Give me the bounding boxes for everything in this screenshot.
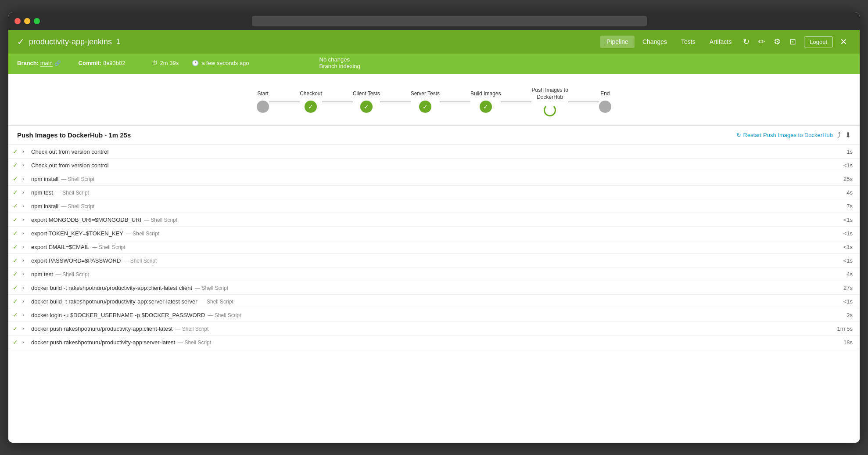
step-expand-icon[interactable]: › [22,285,31,291]
step-check-icon: ✓ [13,284,22,291]
status-text-1: No changes [319,56,360,63]
time-icon: 🕐 [192,60,199,66]
step-row[interactable]: ✓ › export MONGODB_URI=$MONGODB_URI— She… [8,213,860,227]
restart-link[interactable]: ↻ Restart Push Images to DockerHub [736,132,833,138]
step-name: export PASSWORD=$PASSWORD— Shell Script [31,257,831,264]
step-tag: — Shell Script [92,244,126,250]
step-check-icon: ✓ [13,311,22,318]
clock-icon: ⏱ [152,60,158,66]
restart-icon: ↻ [736,132,741,138]
step-name: docker login -u $DOCKER_USERNAME -p $DOC… [31,312,831,318]
connector-1 [269,101,300,102]
stage-server-tests-label: Server Tests [411,90,440,98]
connector-6 [568,101,599,102]
step-expand-icon[interactable]: › [22,230,31,236]
step-expand-icon[interactable]: › [22,339,31,345]
steps-list: ✓ › Check out from version control 1s ✓ … [8,145,860,349]
connector-5 [501,101,531,102]
step-tag: — Shell Script [61,203,94,209]
download-icon[interactable]: ⬇ [845,131,851,139]
step-time: 18s [831,339,853,346]
step-tag: — Shell Script [56,271,89,278]
step-expand-icon[interactable]: › [22,203,31,209]
stage-start[interactable]: Start [257,90,269,113]
step-row[interactable]: ✓ › export TOKEN_KEY=$TOKEN_KEY— Shell S… [8,227,860,240]
step-expand-icon[interactable]: › [22,162,31,168]
step-expand-icon[interactable]: › [22,271,31,277]
header-left: ✓ productivity-app-jenkins 1 [17,36,600,47]
step-check-icon: ✓ [13,148,22,155]
step-expand-icon[interactable]: › [22,257,31,264]
pipeline-nav-button[interactable]: Pipeline [600,36,635,48]
logout-button[interactable]: Logout [804,36,833,47]
stage-build-images-node: ✓ [480,101,492,113]
step-row[interactable]: ✓ › Check out from version control <1s [8,159,860,172]
stage-checkout[interactable]: Checkout ✓ [300,90,322,113]
time-ago-item: 🕐 a few seconds ago [192,60,249,66]
step-tag: — Shell Script [56,190,89,196]
refresh-icon-button[interactable]: ↻ [739,34,753,49]
step-time: 27s [831,285,853,291]
step-row[interactable]: ✓ › export PASSWORD=$PASSWORD— Shell Scr… [8,254,860,267]
step-tag: — Shell Script [61,176,94,182]
step-name: Check out from version control [31,162,831,169]
stage-end-node [599,101,611,113]
commit-value: 8e93b02 [103,60,126,66]
step-expand-icon[interactable]: › [22,176,31,182]
stage-end[interactable]: End [599,90,611,113]
traffic-lights [14,18,40,24]
step-row[interactable]: ✓ › npm test— Shell Script 4s [8,186,860,199]
step-time: 25s [831,176,853,182]
step-expand-icon[interactable]: › [22,325,31,332]
step-name: npm test— Shell Script [31,271,831,278]
stage-push-images[interactable]: Push Images toDockerHub [531,87,568,116]
tests-nav-button[interactable]: Tests [675,36,702,48]
step-row[interactable]: ✓ › npm test— Shell Script 4s [8,267,860,281]
step-row[interactable]: ✓ › Check out from version control 1s [8,145,860,159]
edit-icon-button[interactable]: ✏ [755,34,768,49]
main-window: ✓ productivity-app-jenkins 1 Pipeline Ch… [8,12,860,443]
step-expand-icon[interactable]: › [22,148,31,155]
step-check-icon: ✓ [13,298,22,305]
step-row[interactable]: ✓ › docker push rakeshpotnuru/productivi… [8,336,860,349]
header-close-button[interactable]: ✕ [836,35,851,49]
maximize-traffic-light[interactable] [34,18,40,24]
duration-item: ⏱ 2m 39s [152,60,179,66]
jenkins-header: ✓ productivity-app-jenkins 1 Pipeline Ch… [8,30,860,54]
stage-build-images[interactable]: Build Images ✓ [470,90,501,113]
step-expand-icon[interactable]: › [22,189,31,195]
changes-nav-button[interactable]: Changes [636,36,673,48]
settings-icon-button[interactable]: ⚙ [770,34,784,49]
step-row[interactable]: ✓ › docker build -t rakeshpotnuru/produc… [8,295,860,308]
time-info: ⏱ 2m 39s 🕐 a few seconds ago [152,60,249,66]
step-row[interactable]: ✓ › export EMAIL=$EMAIL— Shell Script <1… [8,240,860,254]
stage-client-tests[interactable]: Client Tests ✓ [353,90,380,113]
url-bar[interactable] [252,16,647,26]
step-check-icon: ✓ [13,257,22,264]
step-row[interactable]: ✓ › docker push rakeshpotnuru/productivi… [8,322,860,336]
stage-start-node [257,101,269,113]
stage-server-tests-node: ✓ [419,101,431,113]
artifacts-nav-button[interactable]: Artifacts [703,36,738,48]
step-name: docker push rakeshpotnuru/productivity-a… [31,325,831,332]
step-expand-icon[interactable]: › [22,312,31,318]
step-row[interactable]: ✓ › docker login -u $DOCKER_USERNAME -p … [8,308,860,322]
step-expand-icon[interactable]: › [22,298,31,304]
step-row[interactable]: ✓ › npm install— Shell Script 7s [8,199,860,213]
close-traffic-light[interactable] [14,18,21,24]
minimize-traffic-light[interactable] [24,18,30,24]
stage-end-label: End [600,90,610,98]
copy-icon-button[interactable]: ⊡ [786,34,800,49]
stage-server-tests[interactable]: Server Tests ✓ [411,90,440,113]
step-expand-icon[interactable]: › [22,217,31,223]
step-name: npm install— Shell Script [31,176,831,182]
step-expand-icon[interactable]: › [22,244,31,250]
step-name: export TOKEN_KEY=$TOKEN_KEY— Shell Scrip… [31,230,831,237]
branch-value[interactable]: main [40,60,53,67]
step-row[interactable]: ✓ › docker build -t rakeshpotnuru/produc… [8,281,860,295]
external-link-icon[interactable]: ⤴ [837,131,841,139]
titlebar [8,12,860,30]
step-name: docker push rakeshpotnuru/productivity-a… [31,339,831,346]
stage-checkout-label: Checkout [300,90,322,98]
step-row[interactable]: ✓ › npm install— Shell Script 25s [8,172,860,186]
